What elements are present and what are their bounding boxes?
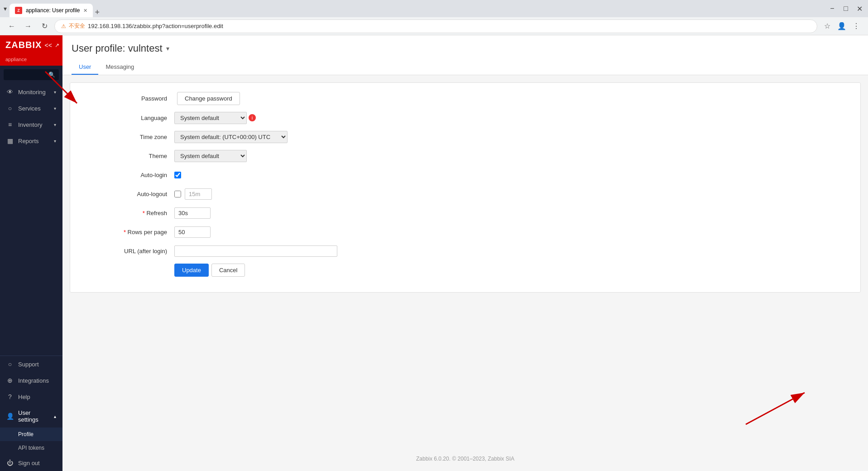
update-btn[interactable]: Update bbox=[174, 264, 209, 277]
search-icon: 🔍 bbox=[48, 72, 55, 78]
url-input[interactable] bbox=[174, 245, 337, 257]
reports-icon: ▦ bbox=[6, 137, 14, 144]
sidebar-item-services[interactable]: ○ Services ▾ bbox=[0, 100, 62, 116]
language-info-icon[interactable]: i bbox=[249, 114, 256, 121]
form-row-rows-per-page: Rows per page bbox=[84, 226, 847, 238]
search-box[interactable]: 🔍 bbox=[4, 69, 59, 80]
bookmark-btn[interactable]: ☆ bbox=[821, 20, 834, 33]
profile-label: Profile bbox=[18, 431, 34, 437]
sidebar-item-help[interactable]: ? Help bbox=[0, 389, 62, 405]
security-icon: ⚠ bbox=[61, 23, 66, 29]
sidebar-item-label: Monitoring bbox=[18, 89, 46, 96]
sidebar-item-support[interactable]: ○ Support bbox=[0, 356, 62, 372]
rows-per-page-input[interactable] bbox=[174, 226, 211, 238]
logo-area: ZABBIX << ↗ bbox=[0, 35, 62, 55]
form-row-language: Language System default English (en_US) … bbox=[84, 111, 847, 124]
tabs: User Messaging bbox=[72, 60, 859, 75]
language-select[interactable]: System default English (en_US) Chinese (… bbox=[174, 112, 247, 124]
sidebar-item-label: Services bbox=[18, 105, 41, 112]
sidebar-item-label: Reports bbox=[18, 138, 39, 144]
sidebar-item-label: Support bbox=[18, 361, 39, 368]
instance-name: appliance bbox=[0, 55, 62, 66]
logo-expand-btn[interactable]: ↗ bbox=[55, 42, 59, 48]
refresh-label: Refresh bbox=[84, 210, 174, 216]
sidebar-bottom: ○ Support ⊕ Integrations ? Help 👤 User s… bbox=[0, 356, 62, 471]
sidebar-item-label: Integrations bbox=[18, 377, 49, 384]
security-label: 不安全 bbox=[69, 22, 85, 30]
minimize-btn[interactable]: − bbox=[827, 4, 837, 14]
form-row-autologout: Auto-logout bbox=[84, 187, 847, 200]
logo-collapse-btn[interactable]: << bbox=[44, 42, 52, 49]
autologin-label: Auto-login bbox=[84, 172, 174, 178]
sidebar-item-sign-out[interactable]: ⏻ Sign out bbox=[0, 455, 62, 471]
user-settings-arrow: ▴ bbox=[54, 414, 56, 419]
reports-arrow: ▾ bbox=[54, 139, 56, 144]
sidebar-item-inventory[interactable]: ≡ Inventory ▾ bbox=[0, 116, 62, 133]
form-row-autologin: Auto-login bbox=[84, 168, 847, 181]
sidebar-item-label: User settings bbox=[18, 409, 49, 423]
reload-btn[interactable]: ↻ bbox=[38, 20, 51, 33]
help-icon: ? bbox=[6, 393, 14, 400]
tab-favicon: Z bbox=[15, 7, 22, 14]
tab-title: appliance: User profile bbox=[26, 7, 80, 14]
services-arrow: ▾ bbox=[54, 106, 56, 111]
url-bar[interactable]: ⚠ 不安全 192.168.198.136/zabbix.php?action=… bbox=[54, 19, 817, 33]
active-tab[interactable]: Z appliance: User profile ✕ bbox=[10, 4, 93, 17]
timezone-select[interactable]: System default: (UTC+00:00) UTC bbox=[174, 131, 288, 143]
url-label: URL (after login) bbox=[84, 248, 174, 255]
sidebar-item-monitoring[interactable]: 👁 Monitoring ▾ bbox=[0, 84, 62, 100]
tab-messaging[interactable]: Messaging bbox=[98, 60, 141, 75]
page-title: User profile: vulntest bbox=[72, 43, 163, 54]
footer-text: Zabbix 6.0.20. © 2001–2023, Zabbix SIA bbox=[416, 456, 514, 462]
form-row-theme: Theme System default Blue Dark bbox=[84, 149, 847, 162]
monitoring-icon: 👁 bbox=[6, 88, 14, 96]
form-row-password: Password Change password bbox=[84, 92, 847, 105]
sign-out-label: Sign out bbox=[18, 460, 40, 466]
tab-user[interactable]: User bbox=[72, 60, 98, 75]
autologout-group bbox=[174, 188, 212, 200]
browser-title-bar: ▾ Z appliance: User profile ✕ + − □ ✕ bbox=[0, 0, 868, 17]
sidebar-item-integrations[interactable]: ⊕ Integrations bbox=[0, 372, 62, 389]
address-bar: ← → ↻ ⚠ 不安全 192.168.198.136/zabbix.php?a… bbox=[0, 17, 868, 35]
close-btn[interactable]: ✕ bbox=[854, 4, 864, 14]
maximize-btn[interactable]: □ bbox=[841, 4, 851, 14]
sidebar-item-label: Help bbox=[18, 394, 30, 400]
autologout-label: Auto-logout bbox=[84, 191, 174, 197]
sidebar-sub-item-api-tokens[interactable]: API tokens bbox=[0, 441, 62, 455]
autologout-input[interactable] bbox=[185, 188, 212, 200]
profile-btn[interactable]: 👤 bbox=[835, 20, 848, 33]
tab-dropdown-btn[interactable]: ▾ bbox=[4, 5, 7, 12]
new-tab-btn[interactable]: + bbox=[95, 8, 100, 17]
sidebar-item-reports[interactable]: ▦ Reports ▾ bbox=[0, 133, 62, 149]
timezone-label: Time zone bbox=[84, 134, 174, 140]
autologout-checkbox[interactable] bbox=[174, 191, 181, 197]
sidebar: ZABBIX << ↗ appliance 🔍 👁 Monitoring ▾ ○… bbox=[0, 35, 62, 471]
forward-btn[interactable]: → bbox=[22, 20, 34, 33]
title-dropdown-btn[interactable]: ▾ bbox=[166, 45, 169, 52]
language-label: Language bbox=[84, 115, 174, 121]
page-footer: Zabbix 6.0.20. © 2001–2023, Zabbix SIA bbox=[62, 447, 868, 471]
search-input[interactable] bbox=[7, 72, 47, 78]
main-content: User profile: vulntest ▾ User Messaging … bbox=[62, 35, 868, 471]
support-icon: ○ bbox=[6, 360, 14, 368]
form-container: Password Change password Language System… bbox=[70, 82, 861, 293]
refresh-input[interactable] bbox=[174, 207, 211, 219]
page-header: User profile: vulntest ▾ User Messaging bbox=[62, 35, 868, 75]
inventory-arrow: ▾ bbox=[54, 122, 56, 127]
app-container: ZABBIX << ↗ appliance 🔍 👁 Monitoring ▾ ○… bbox=[0, 35, 868, 471]
cancel-btn[interactable]: Cancel bbox=[211, 264, 245, 277]
autologin-checkbox[interactable] bbox=[174, 172, 181, 178]
sidebar-sub-item-profile[interactable]: Profile bbox=[0, 428, 62, 441]
back-btn[interactable]: ← bbox=[5, 20, 18, 33]
tab-close-btn[interactable]: ✕ bbox=[83, 8, 87, 14]
url-text: 192.168.198.136/zabbix.php?action=userpr… bbox=[88, 23, 810, 29]
password-label: Password bbox=[84, 95, 174, 102]
form-row-refresh: Refresh bbox=[84, 207, 847, 219]
extensions-btn[interactable]: ⋮ bbox=[850, 20, 863, 33]
services-icon: ○ bbox=[6, 105, 14, 112]
change-password-btn[interactable]: Change password bbox=[177, 92, 240, 105]
theme-select[interactable]: System default Blue Dark bbox=[174, 150, 247, 162]
sidebar-item-user-settings[interactable]: 👤 User settings ▴ bbox=[0, 405, 62, 428]
user-settings-icon: 👤 bbox=[6, 413, 14, 420]
sign-out-icon: ⏻ bbox=[6, 459, 14, 466]
